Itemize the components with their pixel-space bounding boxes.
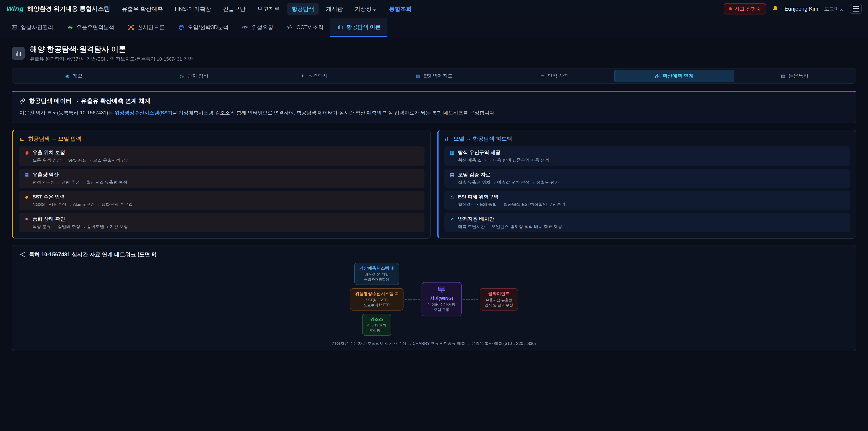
network-diagram: 기상예측시스템 ① 바람·기온·기압 국립환경과학원 위성영상수신시스템 ② S… — [20, 263, 848, 336]
notification-bell-icon[interactable] — [772, 5, 779, 12]
menu-item-hns-atmosphere[interactable]: HNS·대기확산 — [170, 3, 216, 15]
bar-chart-icon — [444, 136, 450, 142]
subnav-item-pollution-ship-3d[interactable]: 오염/선박3D분석 — [171, 18, 235, 37]
linkage-desc-pre: 이문진 박사 특허(등록특허 10-1567431)는 — [20, 110, 115, 116]
chart-document-icon — [12, 47, 25, 60]
card-item-desc: 확산 예측 결과 → 다음 탐색 집중구역 자동 생성 — [450, 157, 845, 163]
node-weather-system: 기상예측시스템 ① 바람·기온·기압 국립환경과학원 — [354, 263, 399, 285]
tab-area-calculation[interactable]: ▱면적 산정 — [494, 70, 614, 82]
node-line: 데이터 수신·저장 — [428, 302, 456, 307]
menu-item-reports[interactable]: 보고자료 — [253, 3, 284, 15]
card-item-title-text: 방제자원 배치안 — [458, 216, 494, 222]
incident-status-badge[interactable]: 사고 진행중 — [724, 3, 766, 14]
thermometer-icon: ◆ — [24, 194, 29, 199]
tab-label: 탐지 장비 — [187, 72, 209, 79]
card-item-title: ≈풍화 상태 확인 — [24, 216, 420, 222]
node-line: 모델 구동 — [428, 307, 456, 312]
dashed-connector — [463, 299, 478, 300]
tab-detection-equipment[interactable]: ◎탐지 장비 — [133, 70, 254, 82]
card-item-title: ◉유출 위치 보정 — [24, 149, 420, 156]
pin-icon: ◉ — [24, 150, 29, 155]
warning-icon: ⚠ — [450, 194, 455, 199]
subnav-item-cctv-view[interactable]: CCTV 조회 — [280, 18, 330, 37]
subnav-item-photo-management[interactable]: 영상사진관리 — [4, 18, 60, 37]
linkage-desc-highlight[interactable]: 위성영상수신시스템(SST) — [115, 110, 172, 116]
area-analysis-icon — [67, 24, 73, 31]
logout-button[interactable]: 로그아웃 — [824, 5, 844, 12]
card-item-title: ▤모델 검증 자료 — [450, 171, 845, 178]
card-item: ≈풍화 상태 확인 색상 분류 → 증발비 추정 → 풍화모델 초기값 보정 — [19, 213, 425, 232]
card-item-title-text: 모델 검증 자료 — [458, 171, 491, 178]
menu-item-board[interactable]: 게시판 — [321, 3, 347, 15]
node-line: 바람·기온·기압 — [359, 272, 394, 277]
theory-tabbar: ◉개요 ◎탐지 장비 ✦원격탐사 ▦ESI 방제지도 ▱면적 산정 확산예측 연… — [12, 68, 856, 84]
tab-papers-patents[interactable]: ▤논문특허 — [735, 70, 855, 82]
subnav-item-realtime-drone[interactable]: 실시간드론 — [121, 18, 171, 37]
link-icon — [20, 98, 25, 104]
top-navigation: Wing 해양환경 위기대응 통합시스템 유출유 확산예측 HNS·대기확산 긴… — [0, 0, 868, 18]
model-feedback-card: 모델 → 항공탐색 피드백 ▦탐색 우선구역 제공 확산 예측 결과 → 다음 … — [437, 130, 856, 239]
node-line: 도호쿠대학 FTP — [355, 303, 398, 308]
model-input-card-title: 항공탐색 → 모델 입력 — [19, 135, 425, 143]
card-item-title-text: 탐색 우선구역 제공 — [458, 149, 500, 156]
patent-network-panel: 특허 10-1567431 실시간 자료 연계 네트워크 (도면 9) 기상예측… — [12, 245, 856, 351]
brand[interactable]: Wing 해양환경 위기대응 통합시스템 — [6, 5, 110, 13]
server-monitor-icon — [428, 286, 456, 295]
incident-dot-icon — [729, 7, 732, 10]
photo-icon — [11, 24, 18, 31]
node-title: 검조소 — [367, 316, 386, 322]
detection-equipment-icon: ◎ — [179, 73, 184, 79]
model-feedback-card-title: 모델 → 항공탐색 피드백 — [444, 135, 850, 143]
card-item-title-text: SST 수온 입력 — [33, 193, 65, 200]
subnav-label: 오염/선박3D분석 — [188, 24, 228, 31]
tab-overview[interactable]: ◉개요 — [13, 70, 133, 82]
card-item: ▦유출량 역산 면적 × 두께 → 유량 추정 → 확산모델 유출량 보정 — [19, 168, 425, 188]
ship-3d-icon — [178, 24, 184, 31]
app-title: 해양환경 위기대응 통합시스템 — [27, 5, 110, 13]
linkage-desc-post: 을 기상예측시스템·검조소와 함께 인터넷으로 연결하여, 항공탐색 데이터가 … — [172, 110, 496, 116]
map-icon: ▦ — [450, 150, 455, 155]
topnav-right: 사고 진행중 Eunjeong Kim 로그아웃 — [724, 3, 862, 14]
node-line: 조석정보 — [367, 328, 386, 333]
remote-sensing-icon: ✦ — [300, 73, 305, 79]
menu-item-emergency-rescue[interactable]: 긴급구난 — [218, 3, 250, 15]
card-item-desc: 실측 유출유 위치 ↔ 예측값 오차 분석 → 정확도 평가 — [450, 180, 845, 185]
user-name[interactable]: Eunjeong Kim — [784, 6, 818, 12]
tab-esi-map[interactable]: ▦ESI 방제지도 — [374, 70, 494, 82]
wing-logo-icon: Wing — [6, 5, 24, 13]
menu-item-aerial-search[interactable]: 항공탐색 — [287, 3, 319, 15]
theory-chart-icon — [337, 24, 343, 30]
papers-icon: ▤ — [780, 73, 786, 79]
hamburger-menu-icon[interactable] — [850, 4, 862, 14]
area-calc-icon: ▱ — [539, 73, 545, 79]
card-item: ◉유출 위치 보정 드론·위성 영상 → GPS 좌표 → 모델 유출지점 갱신 — [19, 147, 425, 166]
node-title: 위성영상수신시스템 ② — [355, 291, 398, 297]
tab-label: ESI 방제지도 — [423, 72, 453, 79]
menu-item-weather-info[interactable]: 기상정보 — [350, 3, 382, 15]
node-line: 실시간 조위 — [367, 323, 386, 328]
tab-label: 논문특허 — [788, 72, 808, 79]
menu-item-integrated-search[interactable]: 통합조회 — [384, 3, 416, 15]
page-title: 해양 항공탐색·원격탐사 이론 — [30, 44, 193, 55]
card-item-title: ▦유출량 역산 — [24, 171, 420, 178]
tab-label: 면적 산정 — [548, 72, 569, 79]
card-item-desc: 면적 × 두께 → 유량 추정 → 확산모델 유출량 보정 — [24, 180, 420, 185]
network-title-text: 특허 10-1567431 실시간 자료 연계 네트워크 (도면 9) — [29, 251, 156, 258]
clipboard-icon: ▤ — [450, 172, 455, 177]
subnav-item-oil-area-analysis[interactable]: 유출유면적분석 — [60, 18, 121, 37]
broadcast-icon — [19, 136, 25, 142]
card-item-title: ▦탐색 우선구역 제공 — [450, 149, 845, 156]
wave-icon: ≈ — [24, 217, 29, 222]
node-line: 유출지점·유출량 — [485, 298, 513, 303]
card-item-desc: 색상 분류 → 증발비 추정 → 풍화모델 초기값 보정 — [24, 224, 420, 229]
subnav-item-satellite-request[interactable]: 위성요청 — [235, 18, 280, 37]
tab-prediction-linkage[interactable]: 확산예측 연계 — [614, 70, 734, 82]
card-item-title: ◆SST 수온 입력 — [24, 193, 420, 200]
link-icon — [655, 73, 660, 79]
model-input-card: 항공탐색 → 모델 입력 ◉유출 위치 보정 드론·위성 영상 → GPS 좌표… — [12, 130, 431, 239]
tab-remote-sensing[interactable]: ✦원격탐사 — [254, 70, 374, 82]
menu-item-oil-diffusion[interactable]: 유출유 확산예측 — [117, 3, 167, 15]
node-line: 입력 및 결과 수령 — [485, 303, 513, 308]
subnav-item-aerial-theory[interactable]: 항공탐색 이론 — [330, 18, 388, 37]
chart-up-icon: ↗ — [450, 216, 455, 222]
